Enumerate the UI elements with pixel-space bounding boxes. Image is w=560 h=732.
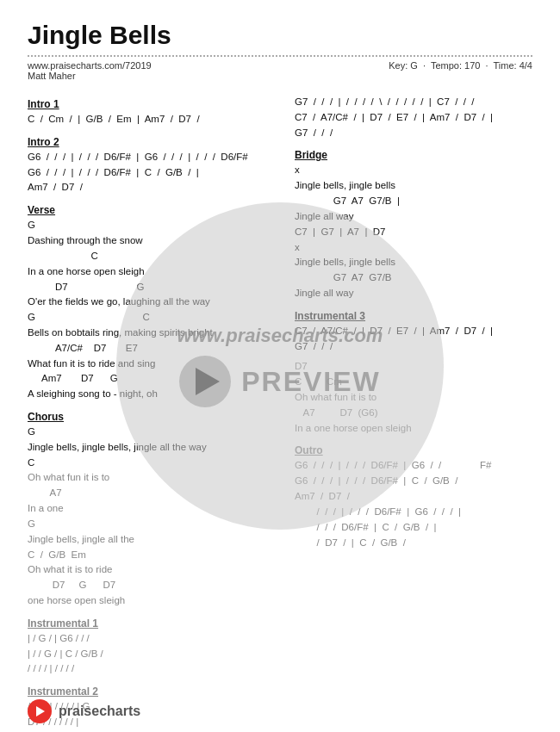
time-sig: Time: 4/4 xyxy=(494,60,532,71)
chorus-right-section: D7 C Cm Oh what fun it is to A7 D7 (G6) … xyxy=(295,359,532,436)
inst1-line2: | / / G / | C / G/B / xyxy=(28,647,277,662)
intro2-line1: G6 / / / | / / / D6/F# | G6 / / / | / / … xyxy=(28,150,277,165)
author: Matt Maher xyxy=(28,71,76,81)
page: Jingle Bells www.praisecharts.com/72019 … xyxy=(0,0,560,732)
bridge-line6: Jingle bells, jingle bells xyxy=(295,255,532,270)
right-top-section: G7 / / / | / / / / \ / / / / / | C7 / / … xyxy=(295,95,532,140)
divider xyxy=(28,55,532,57)
bridge-line2: Jingle bells, jingle bells xyxy=(295,178,532,194)
title: Jingle Bells xyxy=(28,21,532,50)
instrumental3-section: Instrumental 3 C7 / A7/C# / | D7 / E7 / … xyxy=(295,310,532,355)
left-column: Intro 1 C / Cm / | G/B / Em | Am7 / D7 /… xyxy=(28,90,277,730)
verse-lyric3: O'er the fields we go, laughing all the … xyxy=(28,295,277,310)
verse-section: Verse G Dashing through the snow C In a … xyxy=(28,204,277,402)
inst1-line3: / / / / | / / / / xyxy=(28,661,277,677)
chorus-lyric6: one horse open sleigh xyxy=(28,593,277,609)
key-tempo-time: Key: G · Tempo: 170 · Time: 4/4 xyxy=(389,60,532,81)
footer-play-button[interactable] xyxy=(28,699,52,723)
bridge-line1: x xyxy=(295,163,532,178)
meta-row: www.praisecharts.com/72019 Matt Maher Ke… xyxy=(28,60,532,81)
url-author: www.praisecharts.com/72019 Matt Maher xyxy=(28,60,152,81)
chorus-lyric4: Jingle bells, jingle all the xyxy=(28,532,277,548)
bridge-line5: x xyxy=(295,240,532,256)
verse-chord2: C xyxy=(28,249,277,264)
outro-section: Outro G6 / / / | / / / D6/F# | G6 / / F#… xyxy=(295,444,532,550)
bridge-section: Bridge x Jingle bells, jingle bells G7 A… xyxy=(295,149,532,301)
verse-lyric6: A sleighing song to - night, oh xyxy=(28,387,277,402)
verse-chord6: Am7 D7 G xyxy=(28,371,277,387)
outro-line6: / D7 / | C / G/B / xyxy=(295,536,532,551)
verse-lyric2: In a one horse open sleigh xyxy=(28,264,277,280)
chorus-lyric3: In a one xyxy=(28,501,277,517)
chorus-label: Chorus xyxy=(28,411,277,423)
footer-play-triangle xyxy=(36,706,45,716)
chorus-chord5: C / G/B Em xyxy=(28,548,277,563)
bridge-label: Bridge xyxy=(295,149,532,161)
instrumental3-label: Instrumental 3 xyxy=(295,310,532,322)
chorus-right-line2: C Cm xyxy=(295,375,532,390)
chorus-right-lyric1: Oh what fun it is to xyxy=(295,390,532,406)
key: Key: G xyxy=(389,60,418,71)
chorus-chord1: G xyxy=(28,425,277,440)
verse-lyric5: What fun it is to ride and sing xyxy=(28,357,277,372)
chorus-section: Chorus G Jingle bells, jingle bells, jin… xyxy=(28,411,277,609)
bridge-chord2: C7 | G7 | A7 | D7 xyxy=(295,225,532,240)
instrumental2-label: Instrumental 2 xyxy=(28,685,277,698)
verse-chord-key: G xyxy=(28,218,277,233)
chorus-chord3: A7 xyxy=(28,486,277,501)
content-columns: Intro 1 C / Cm / | G/B / Em | Am7 / D7 /… xyxy=(28,90,532,730)
outro-label: Outro xyxy=(295,444,532,456)
instrumental1-label: Instrumental 1 xyxy=(28,617,277,630)
chorus-right-chord2: A7 D7 (G6) xyxy=(295,406,532,421)
instrumental1-section: Instrumental 1 | / G / | G6 / / / | / / … xyxy=(28,617,277,677)
outro-line1: G6 / / / | / / / D6/F# | G6 / / F# xyxy=(295,458,532,474)
right-top-line1: G7 / / / | / / / / \ / / / / / | C7 / / … xyxy=(295,95,532,110)
chorus-right-lyric2: In a one horse open sleigh xyxy=(295,421,532,437)
outro-line2: G6 / / / | / / / D6/F# | C / G/B / xyxy=(295,474,532,489)
verse-chord5: A7/C# D7 E7 xyxy=(28,341,277,357)
chorus-chord4: G xyxy=(28,517,277,532)
intro1-label: Intro 1 xyxy=(28,98,277,110)
chorus-chord6: D7 G D7 xyxy=(28,578,277,593)
chorus-lyric5: Oh what it is to ride xyxy=(28,562,277,578)
right-top-line2: C7 / A7/C# / | D7 / E7 / | Am7 / D7 / | xyxy=(295,110,532,126)
intro2-label: Intro 2 xyxy=(28,136,277,148)
right-top-line3: G7 / / / xyxy=(295,126,532,141)
url: www.praisecharts.com/72019 xyxy=(28,60,152,71)
intro2-line2: G6 / / / | / / / D6/F# | C / G/B / | xyxy=(28,165,277,181)
chorus-lyric2: Oh what fun it is to xyxy=(28,470,277,486)
tempo: Tempo: 170 xyxy=(431,60,480,71)
verse-lyric1: Dashing through the snow xyxy=(28,233,277,249)
bridge-lyric1: Jingle all way xyxy=(295,209,532,225)
right-column: G7 / / / | / / / / \ / / / / / | C7 / / … xyxy=(295,90,532,730)
intro2-line3: Am7 / D7 / xyxy=(28,180,277,195)
verse-label: Verse xyxy=(28,204,277,216)
outro-line4: / / / | / / / D6/F# | G6 / / / | xyxy=(295,505,532,520)
inst3-line1: C7 / A7/C# / | D7 / E7 / | Am7 / D7 / | xyxy=(295,324,532,339)
verse-lyric4: Bells on bobtails ring, making spirits b… xyxy=(28,326,277,341)
verse-chord4: G C xyxy=(28,310,277,326)
bridge-chord1: G7 A7 G7/B | xyxy=(295,194,532,209)
footer: praisecharts xyxy=(28,699,532,723)
outro-line5: / / / D6/F# | C / G/B / | xyxy=(295,520,532,536)
intro1-line1: C / Cm / | G/B / Em | Am7 / D7 / xyxy=(28,112,277,127)
intro2-section: Intro 2 G6 / / / | / / / D6/F# | G6 / / … xyxy=(28,136,277,195)
verse-chord3: D7 G xyxy=(28,280,277,295)
bridge-chord3: G7 A7 G7/B xyxy=(295,270,532,286)
footer-brand: praisecharts xyxy=(59,704,140,719)
chorus-lyric1: Jingle bells, jingle bells, jingle all t… xyxy=(28,440,277,456)
outro-line3: Am7 / D7 / xyxy=(295,489,532,505)
bridge-lyric3: Jingle all way xyxy=(295,286,532,301)
intro1-section: Intro 1 C / Cm / | G/B / Em | Am7 / D7 / xyxy=(28,98,277,127)
inst3-line2: G7 / / / xyxy=(295,339,532,355)
inst1-line1: | / G / | G6 / / / xyxy=(28,631,277,647)
chorus-right-line1: D7 xyxy=(295,359,532,375)
chorus-chord2: C xyxy=(28,456,277,471)
